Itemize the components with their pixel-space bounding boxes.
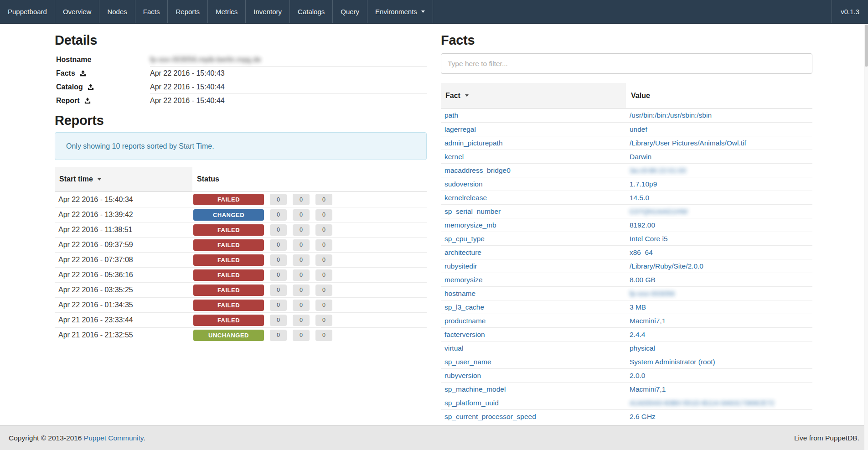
fact-name-link[interactable]: hostname (444, 290, 475, 297)
fact-value-link[interactable]: 1.7.10p9 (630, 180, 657, 188)
report-count-badge: 0 (315, 330, 332, 341)
fact-name-link[interactable]: lagerregal (444, 125, 476, 133)
report-start-time: Apr 22 2016 - 05:36:16 (55, 271, 192, 279)
facts-filter-input[interactable] (441, 53, 812, 74)
report-count-badge: 0 (315, 269, 332, 281)
fact-value-link[interactable]: C07QN1AAG1HW (630, 207, 687, 215)
report-count-badge: 0 (270, 284, 287, 296)
nav-item-overview[interactable]: Overview (55, 0, 100, 23)
report-start-time: Apr 22 2016 - 11:38:51 (55, 226, 192, 234)
upload-icon[interactable] (88, 84, 94, 90)
fact-row: productname Macmini7,1 (441, 314, 812, 327)
nav-item-inventory[interactable]: Inventory (246, 0, 290, 23)
fact-value-link[interactable]: 2.0.0 (630, 372, 645, 379)
fact-row: sudoversion 1.7.10p9 (441, 177, 812, 191)
nav-item-facts[interactable]: Facts (135, 0, 168, 23)
report-status-badge[interactable]: FAILED (193, 269, 264, 281)
fact-name-link[interactable]: memorysize (444, 276, 483, 284)
fact-value-link[interactable]: 3 MB (630, 303, 646, 311)
fact-name-link[interactable]: virtual (444, 344, 463, 352)
fact-row: rubyversion 2.0.0 (441, 368, 812, 382)
fact-name-link[interactable]: macaddress_bridge0 (444, 166, 511, 174)
fact-name-link[interactable]: sp_l3_cache (444, 303, 484, 311)
fact-name-link[interactable]: productname (444, 317, 486, 325)
fact-name-link[interactable]: kernelrelease (444, 194, 487, 202)
report-status-badge[interactable]: FAILED (193, 224, 264, 236)
column-header-fact[interactable]: Fact (441, 83, 626, 108)
report-start-time: Apr 22 2016 - 15:40:34 (55, 196, 192, 204)
fact-value-link[interactable]: Intel Core i5 (630, 235, 668, 243)
fact-name-link[interactable]: sp_current_processor_speed (444, 413, 536, 420)
nav-item-environments[interactable]: Environments (367, 0, 433, 23)
report-start-time: Apr 21 2016 - 23:33:44 (55, 316, 192, 324)
fact-row: sp_user_name System Administrator (root) (441, 355, 812, 368)
fact-name-link[interactable]: facterversion (444, 331, 485, 338)
fact-row: sp_serial_number C07QN1AAG1HW (441, 204, 812, 218)
fact-value-link[interactable]: /Library/Ruby/Site/2.0.0 (630, 262, 703, 270)
fact-row: kernelrelease 14.5.0 (441, 191, 812, 204)
fact-value-link[interactable]: physical (630, 344, 655, 352)
report-status-badge[interactable]: UNCHANGED (193, 330, 264, 341)
fact-value-link[interactable]: /Library/User Pictures/Animals/Owl.tif (630, 139, 746, 147)
column-header-start-time[interactable]: Start time (55, 167, 192, 191)
report-status-badge[interactable]: FAILED (193, 254, 264, 266)
fact-name-link[interactable]: kernel (444, 153, 464, 160)
fact-value-link[interactable]: 8.00 GB (630, 276, 656, 284)
fact-name-link[interactable]: sp_machine_model (444, 385, 506, 393)
scrollbar-thumb[interactable] (865, 25, 868, 67)
fact-value-link[interactable]: 3a:c9:86:22:01:00 (630, 166, 686, 174)
fact-name-link[interactable]: architecture (444, 248, 481, 256)
nav-environments-label: Environments (375, 8, 417, 16)
report-row: Apr 22 2016 - 09:37:59 FAILED 000 (55, 237, 427, 252)
fact-row: rubysitedir /Library/Ruby/Site/2.0.0 (441, 259, 812, 273)
fact-value-link[interactable]: 41A00043-60B0-551D-B114-0A6317369CE72 (630, 399, 775, 407)
fact-name-link[interactable]: sp_user_name (444, 358, 491, 366)
fact-value-link[interactable]: 8192.00 (630, 221, 655, 229)
fact-value-link[interactable]: Macmini7,1 (630, 385, 666, 393)
report-count-badge: 0 (315, 209, 332, 221)
fact-value-link[interactable]: 2.6 GHz (630, 413, 656, 420)
fact-value-link[interactable]: 14.5.0 (630, 194, 649, 202)
report-start-time: Apr 22 2016 - 03:35:25 (55, 286, 192, 294)
fact-name-link[interactable]: sp_serial_number (444, 207, 501, 215)
nav-item-catalogs[interactable]: Catalogs (290, 0, 333, 23)
nav-item-nodes[interactable]: Nodes (99, 0, 135, 23)
report-status-badge[interactable]: FAILED (193, 239, 264, 251)
report-status-badge[interactable]: FAILED (193, 194, 264, 205)
nav-item-metrics[interactable]: Metrics (208, 0, 246, 23)
fact-name-link[interactable]: path (444, 111, 458, 119)
nav-item-query[interactable]: Query (333, 0, 367, 23)
nav-brand[interactable]: Puppetboard (0, 0, 55, 23)
fact-value-link[interactable]: fp-osx-003056 (630, 290, 675, 297)
fact-name-link[interactable]: sp_platform_uuid (444, 399, 499, 407)
report-count-badge: 0 (315, 284, 332, 296)
fact-value-link[interactable]: System Administrator (root) (630, 358, 715, 366)
fact-name-link[interactable]: rubysitedir (444, 262, 477, 270)
puppet-community-link[interactable]: Puppet Community (84, 434, 144, 442)
fact-value-link[interactable]: x86_64 (630, 248, 653, 256)
report-row: Apr 21 2016 - 23:33:44 FAILED 000 (55, 312, 427, 327)
fact-name-link[interactable]: rubyversion (444, 372, 481, 379)
fact-value-link[interactable]: Macmini7,1 (630, 317, 666, 325)
fact-value-link[interactable]: /usr/bin:/bin:/usr/sbin:/sbin (630, 111, 712, 119)
fact-value-link[interactable]: Darwin (630, 153, 651, 160)
upload-icon[interactable] (80, 70, 86, 77)
details-label: Report (55, 94, 150, 108)
fact-value-link[interactable]: 2.4.4 (630, 331, 645, 338)
nav-item-reports[interactable]: Reports (168, 0, 208, 23)
report-status-badge[interactable]: FAILED (193, 300, 264, 311)
report-status-badge[interactable]: FAILED (193, 284, 264, 296)
details-value: Apr 22 2016 - 15:40:44 (150, 94, 427, 108)
details-row: Report Apr 22 2016 - 15:40:44 (55, 94, 427, 108)
fact-value-link[interactable]: undef (630, 125, 647, 133)
fact-name-link[interactable]: memorysize_mb (444, 221, 496, 229)
report-row: Apr 22 2016 - 07:37:08 FAILED 000 (55, 252, 427, 267)
fact-name-link[interactable]: sudoversion (444, 180, 483, 188)
report-status-badge[interactable]: FAILED (193, 315, 264, 326)
fact-name-link[interactable]: admin_picturepath (444, 139, 503, 147)
fact-name-link[interactable]: sp_cpu_type (444, 235, 485, 243)
fact-row: sp_cpu_type Intel Core i5 (441, 232, 812, 245)
upload-icon[interactable] (84, 98, 91, 104)
report-status-badge[interactable]: CHANGED (193, 209, 264, 221)
report-row: Apr 22 2016 - 05:36:16 FAILED 000 (55, 267, 427, 282)
